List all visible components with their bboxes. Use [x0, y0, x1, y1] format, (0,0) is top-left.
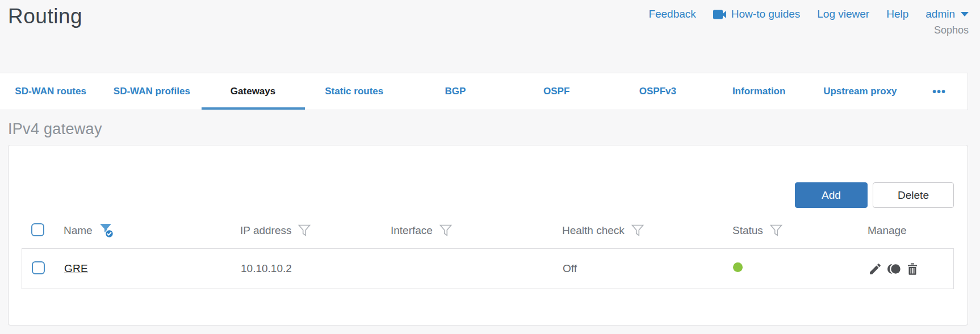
delete-icon[interactable]: [906, 262, 919, 276]
toolbar: Add Delete: [9, 182, 954, 208]
section-heading: IPv4 gateway: [8, 120, 980, 138]
tab-information[interactable]: Information: [709, 73, 810, 110]
delete-button[interactable]: Delete: [873, 182, 954, 208]
brand-label: Sophos: [934, 24, 969, 36]
manage-actions: [868, 262, 953, 276]
log-viewer-link[interactable]: Log viewer: [817, 8, 869, 20]
column-header-status: Status: [732, 224, 868, 237]
select-all-checkbox[interactable]: [31, 223, 44, 236]
tab-static-routes[interactable]: Static routes: [304, 73, 405, 110]
page-title: Routing: [8, 3, 82, 28]
gateway-table: Name IP address Interface: [22, 220, 954, 289]
health-check-value: Off: [563, 262, 733, 275]
ip-address-value: 10.10.10.2: [241, 262, 391, 275]
tab-sd-wan-profiles[interactable]: SD-WAN profiles: [101, 73, 202, 110]
tabs-overflow-button[interactable]: •••: [911, 73, 968, 110]
video-camera-icon: [713, 9, 727, 20]
tab-ospfv3[interactable]: OSPFv3: [607, 73, 708, 110]
column-header-health-check: Health check: [562, 224, 732, 237]
tab-gateways[interactable]: Gateways: [202, 73, 303, 110]
tab-bgp[interactable]: BGP: [405, 73, 506, 110]
column-header-name: Name: [64, 223, 240, 238]
tab-upstream-proxy[interactable]: Upstream proxy: [810, 73, 911, 110]
column-header-ip-address: IP address: [240, 224, 391, 237]
edit-icon[interactable]: [868, 262, 882, 276]
row-checkbox[interactable]: [32, 261, 45, 274]
filter-icon[interactable]: [298, 224, 312, 237]
column-header-manage: Manage: [868, 224, 954, 237]
filter-icon[interactable]: [439, 224, 453, 237]
feedback-link[interactable]: Feedback: [648, 8, 696, 20]
help-link[interactable]: Help: [886, 8, 908, 20]
status-up-indicator: [733, 262, 743, 272]
tab-sd-wan-routes[interactable]: SD-WAN routes: [0, 73, 101, 110]
tab-bar: SD-WAN routes SD-WAN profiles Gateways S…: [0, 73, 968, 110]
header-links: Feedback How-to guides Log viewer Help a…: [648, 3, 969, 36]
gateway-panel: Add Delete Name IP address: [8, 145, 968, 325]
filter-active-icon[interactable]: [99, 223, 115, 238]
table-row: GRE 10.10.10.2 Off: [22, 248, 954, 289]
column-header-interface: Interface: [391, 224, 562, 237]
clone-icon[interactable]: [886, 262, 902, 276]
top-header: Routing Feedback How-to guides Log viewe…: [0, 0, 980, 73]
gateway-name-link[interactable]: GRE: [64, 262, 88, 274]
howto-guides-link[interactable]: How-to guides: [713, 8, 800, 20]
filter-icon[interactable]: [770, 224, 784, 237]
filter-icon[interactable]: [631, 224, 645, 237]
user-menu[interactable]: admin: [925, 8, 969, 20]
add-button[interactable]: Add: [795, 182, 868, 208]
chevron-down-icon: [961, 12, 969, 16]
tab-ospf[interactable]: OSPF: [506, 73, 607, 110]
table-header-row: Name IP address Interface: [22, 220, 954, 241]
